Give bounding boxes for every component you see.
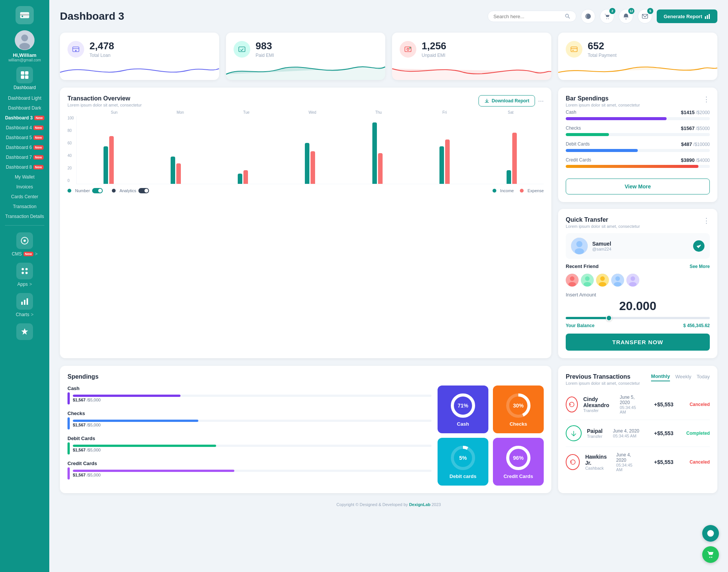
transfer-now-button[interactable]: TRANSFER NOW (566, 334, 710, 351)
tab-monthly[interactable]: Monthly (651, 373, 670, 381)
bar-spendings-more-button[interactable]: ⋮ (703, 95, 710, 103)
sidebar-item-dashboard6[interactable]: Dashboard 6 New (0, 143, 49, 152)
apps-label[interactable]: Apps > (17, 282, 32, 287)
bar-spendings-title: Bar Spendings (566, 95, 640, 102)
sidebar-item-dashboard4[interactable]: Dashboard 4 New (0, 123, 49, 133)
y-40: 40 (67, 154, 74, 158)
charts-icon-btn[interactable] (16, 293, 33, 310)
tab-weekly[interactable]: Weekly (675, 374, 691, 381)
quick-transfer-subtitle: Lorem ipsum dolor sit amet, consectetur (566, 224, 640, 229)
generate-report-button[interactable]: Generate Report (657, 9, 717, 23)
bar-teal-sun (104, 146, 108, 184)
friend-5[interactable] (626, 274, 639, 287)
friend-2[interactable] (581, 274, 594, 287)
sidebar-item-dashboard8[interactable]: Dashboard 8 New (0, 162, 49, 172)
bar-spendings-subtitle: Lorem ipsum dolor sit amet, consectetur (566, 103, 640, 107)
view-more-button[interactable]: View More (566, 179, 710, 194)
trans-date-2: June 4, 2020 05:34:45 AM (613, 428, 639, 438)
spendings-bars: Cash $1,567 /$5,000 Checks (67, 386, 431, 486)
transfer-slider[interactable] (566, 317, 710, 319)
sidebar-item-dashboard5[interactable]: Dashboard 5 New (0, 133, 49, 143)
transaction-subtitle: Lorem ipsum dolor sit amet, consectetur (67, 103, 142, 107)
sidebar-item-transaction[interactable]: Transaction (0, 202, 49, 212)
spendings-card: Spendings Cash $1,567 /$5,000 (60, 366, 551, 493)
trans-item-2: Paipal Transfer June 4, 2020 05:34:45 AM… (566, 420, 710, 447)
search-input[interactable] (493, 14, 562, 19)
favorite-icon-btn[interactable] (16, 323, 33, 340)
sidebar: Hi,William william@gmail.com Dashboard D… (0, 0, 49, 572)
quick-transfer-more-button[interactable]: ⋮ (703, 216, 710, 225)
friend-1[interactable] (566, 274, 579, 287)
trans-status-1: Canceled (683, 402, 710, 407)
sidebar-item-dashboard3[interactable]: Dashboard 3 New (0, 113, 49, 123)
sidebar-dashboard-label[interactable]: Dashboard (14, 85, 36, 90)
day-mon: Mon (147, 110, 213, 114)
sidebar-item-transaction-details[interactable]: Transaction Details (0, 212, 49, 221)
page-title: Dashboard 3 (60, 10, 124, 22)
svg-point-40 (575, 248, 584, 254)
footer-brand-link[interactable]: DexignLab (409, 502, 430, 507)
analytics-dot (112, 189, 116, 193)
svg-rect-27 (709, 14, 710, 19)
trans-item-3: Hawkins Jr. Cashback June 4, 2020 05:34:… (566, 447, 710, 477)
donut-cash-label: Cash (457, 421, 469, 427)
sidebar-logo[interactable] (16, 6, 34, 24)
stat-chart-loan (60, 61, 219, 80)
svg-point-22 (606, 18, 607, 19)
number-toggle[interactable] (92, 188, 103, 193)
stat-card-total-payment: 652 Total Payment (558, 33, 717, 80)
message-btn[interactable]: 5 (638, 9, 652, 24)
tab-today[interactable]: Today (697, 374, 710, 381)
sidebar-item-wallet[interactable]: My Wallet (0, 172, 49, 182)
more-options-button[interactable]: ··· (538, 97, 544, 105)
download-report-button[interactable]: Download Report (479, 95, 535, 107)
sidebar-item-cards-center[interactable]: Cards Center (0, 192, 49, 202)
friend-4[interactable] (611, 274, 624, 287)
bar-teal-sat (507, 170, 511, 184)
cart-btn[interactable]: 2 (600, 9, 614, 24)
apps-icon-btn[interactable] (16, 263, 33, 279)
slider-thumb[interactable] (606, 315, 612, 321)
float-chat-button[interactable] (702, 525, 719, 542)
quick-transfer-card: Quick Transfer Lorem ipsum dolor sit ame… (558, 209, 717, 358)
middle-row: Transaction Overview Lorem ipsum dolor s… (60, 88, 717, 358)
cms-icon-btn[interactable] (16, 232, 33, 249)
charts-label[interactable]: Charts > (16, 312, 33, 317)
badge-new: New (33, 135, 44, 140)
svg-line-21 (568, 17, 570, 19)
trans-icon-3 (566, 454, 580, 470)
stat-label-paid: Paid EMI (256, 53, 274, 58)
sidebar-item-dashboard7[interactable]: Dashboard 7 New (0, 152, 49, 162)
chart-col-mon (144, 157, 208, 184)
float-cart-button[interactable] (702, 546, 719, 563)
donut-grid: 71% Cash 30% Checks (438, 386, 544, 486)
svg-point-70 (709, 557, 711, 558)
chart-bar-icon (704, 13, 711, 19)
sidebar-item-invoices[interactable]: Invoices (0, 182, 49, 192)
theme-toggle-btn[interactable] (581, 9, 595, 24)
cms-label[interactable]: CMS New > (12, 251, 38, 257)
svg-rect-9 (25, 75, 28, 79)
dashboard-icon[interactable] (16, 67, 33, 83)
donut-chart-credit: 96% (505, 445, 532, 471)
see-more-link[interactable]: See More (690, 264, 710, 269)
badge-new: New (33, 155, 44, 160)
bar-teal-fri (439, 146, 444, 184)
svg-point-30 (75, 50, 77, 51)
stat-chart-paid (226, 61, 385, 80)
analytics-toggle[interactable] (138, 188, 149, 193)
bell-btn[interactable]: 12 (619, 9, 633, 24)
stat-card-total-loan: 2,478 Total Loan (60, 33, 219, 80)
trans-status-2: Completed (683, 431, 710, 436)
svg-point-48 (600, 276, 605, 281)
friend-3[interactable] (596, 274, 609, 287)
svg-point-4 (21, 34, 28, 41)
check-circle[interactable] (693, 240, 704, 252)
sidebar-item-dashboard-dark[interactable]: Dashboard Dark (0, 103, 49, 113)
svg-rect-35 (571, 47, 577, 52)
header-right: 2 12 5 Generate Report (488, 9, 717, 24)
sidebar-item-dashboard-light[interactable]: Dashboard Light (0, 93, 49, 103)
y-60: 60 (67, 141, 74, 145)
search-icon (565, 13, 571, 19)
search-box[interactable] (488, 11, 576, 22)
